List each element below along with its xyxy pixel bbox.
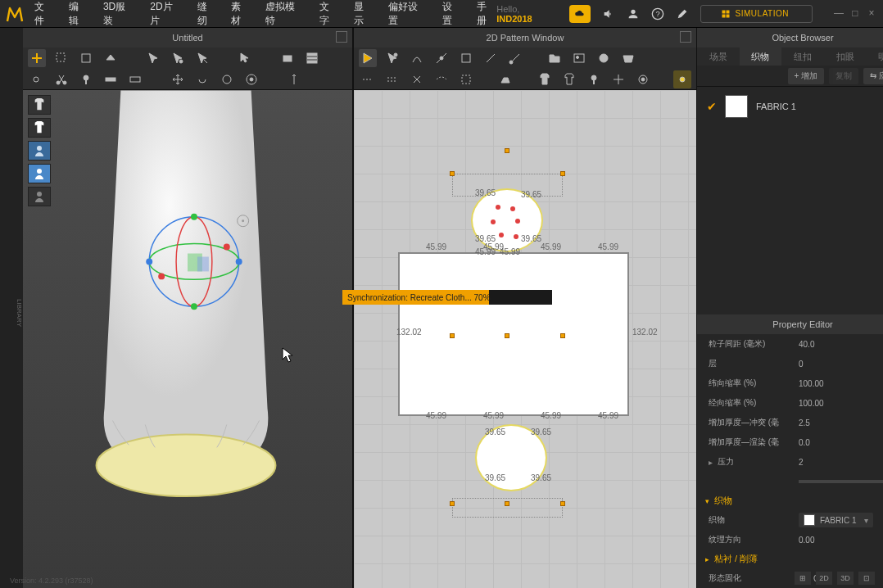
tool-rotate[interactable]: [193, 70, 211, 88]
tool2d-select[interactable]: [359, 49, 377, 67]
tool2d-sew1[interactable]: [359, 70, 377, 88]
tool-print[interactable]: [278, 49, 297, 67]
user-icon[interactable]: [627, 7, 640, 20]
menu-3d[interactable]: 3D服装: [103, 0, 135, 28]
menu-settings[interactable]: 设置: [442, 0, 462, 28]
version-label: Version: 4.2.293 (r37528): [10, 577, 93, 585]
menu-materials[interactable]: 素材: [231, 0, 251, 28]
tool-edit-pt[interactable]: [169, 49, 187, 67]
tool2d-curve[interactable]: [408, 49, 426, 67]
menu-sewing[interactable]: 缝纫: [197, 0, 217, 28]
popout-icon[interactable]: [336, 31, 347, 43]
pattern-rect[interactable]: [398, 252, 629, 416]
fabric-item[interactable]: ✔ FABRIC 1 ▯: [697, 87, 883, 126]
tool-snap[interactable]: [242, 70, 260, 88]
tool-arrow[interactable]: [144, 49, 162, 67]
tool2d-iron[interactable]: [496, 70, 514, 88]
tool2d-sew5[interactable]: [457, 70, 475, 88]
svg-point-42: [641, 78, 645, 81]
tool2d-tack[interactable]: [585, 70, 603, 88]
tool-gizmo[interactable]: [218, 70, 236, 88]
tool2d-highlight[interactable]: [673, 70, 691, 88]
tab-topstitch[interactable]: 明线: [866, 47, 883, 66]
add-button[interactable]: + 增加: [788, 68, 825, 84]
svg-point-31: [242, 219, 244, 222]
tool-add[interactable]: [28, 49, 46, 67]
view-split[interactable]: ⊡: [858, 572, 875, 585]
tab-scene[interactable]: 场景: [697, 47, 740, 66]
tool-pin[interactable]: [77, 70, 95, 88]
tool2d-rect[interactable]: [457, 49, 475, 67]
menu-2d[interactable]: 2D片片: [150, 0, 182, 28]
viewport-2d[interactable]: 39.65 39.65 39.65 39.65 45.99 45.99 45.9…: [354, 90, 696, 588]
section-fabric[interactable]: ▾织物: [697, 491, 883, 510]
pressure-slider[interactable]: [799, 480, 883, 483]
tool2d-line[interactable]: [482, 49, 500, 67]
tool-move[interactable]: [169, 70, 187, 88]
copy-button[interactable]: 复制: [829, 68, 858, 84]
tool2d-sew3[interactable]: [408, 70, 426, 88]
tool-link[interactable]: [28, 70, 46, 88]
minimize-button[interactable]: —: [832, 7, 845, 20]
tab-library[interactable]: LIBRARY: [16, 299, 23, 327]
object-browser-title: Object Browser: [697, 28, 883, 47]
help-icon[interactable]: ?: [651, 7, 664, 20]
fabric-dropdown[interactable]: FABRIC 1▾: [799, 513, 873, 527]
svg-point-25: [236, 258, 242, 265]
tool-ruler[interactable]: [126, 70, 144, 88]
menu-display[interactable]: 显示: [354, 0, 374, 28]
tool-texture[interactable]: [303, 49, 321, 67]
tool2d-point[interactable]: [432, 49, 451, 67]
tool-lasso[interactable]: [77, 49, 95, 67]
tab-button[interactable]: 纽扣: [781, 47, 824, 66]
speaker-icon[interactable]: [602, 7, 615, 20]
simulation-toggle[interactable]: SIMULATION: [700, 5, 813, 23]
popout-icon[interactable]: [680, 31, 691, 43]
two-d-toolbar: [354, 47, 696, 90]
svg-point-35: [509, 61, 513, 64]
tool2d-pen[interactable]: [506, 49, 524, 67]
tool-cursor[interactable]: [236, 49, 254, 67]
menu-manual[interactable]: 手册: [477, 0, 496, 28]
view-3d[interactable]: 3D: [837, 572, 854, 585]
menu-file[interactable]: 文件: [34, 0, 54, 28]
apply-button[interactable]: ⇆ 应用: [863, 68, 883, 84]
viewport-3d[interactable]: [23, 90, 352, 588]
tab-fabric[interactable]: 织物: [740, 47, 782, 66]
tool2d-folder[interactable]: [546, 49, 564, 67]
svg-point-32: [394, 53, 397, 57]
tool-scissors[interactable]: [52, 70, 70, 88]
cloud-button[interactable]: [569, 5, 591, 23]
tool2d-arrow-set[interactable]: [609, 70, 627, 88]
tool-freeselect[interactable]: [102, 49, 120, 67]
tool2d-tshirt2[interactable]: [560, 70, 578, 88]
menu-preferences[interactable]: 偏好设置: [388, 0, 428, 28]
tool2d-image[interactable]: [570, 49, 588, 67]
view-grid[interactable]: ⊞: [795, 572, 811, 585]
menu-edit[interactable]: 编辑: [69, 0, 88, 28]
brush-icon[interactable]: [676, 7, 689, 20]
close-button[interactable]: ×: [865, 7, 878, 20]
tool-tape[interactable]: [102, 70, 120, 88]
tool-wind[interactable]: [285, 70, 303, 88]
svg-rect-34: [462, 54, 470, 62]
tool2d-open[interactable]: [619, 49, 637, 67]
tool2d-edit[interactable]: [383, 49, 401, 67]
tool-select[interactable]: [52, 49, 70, 67]
section-bond[interactable]: ▸粘衬 / 削薄: [697, 550, 883, 568]
tab-buttonhole[interactable]: 扣眼: [824, 47, 867, 66]
tool2d-circle[interactable]: [595, 49, 613, 67]
menu-text[interactable]: 文字: [319, 0, 339, 28]
menu-avatar[interactable]: 虚拟模特: [265, 0, 305, 28]
svg-point-13: [250, 78, 253, 81]
maximize-button[interactable]: □: [849, 7, 862, 20]
tool2d-snap[interactable]: [634, 70, 652, 88]
svg-point-26: [158, 273, 165, 279]
prop-pressure-slider[interactable]: [697, 472, 883, 491]
tool2d-sew2[interactable]: [383, 70, 401, 88]
view-2d[interactable]: 2D: [816, 572, 832, 585]
tool2d-tshirt1[interactable]: [536, 70, 554, 88]
tool-edit-curve[interactable]: [193, 49, 211, 67]
prop-weft-shrink: 纬向缩率 (%)100.00: [697, 373, 883, 393]
tool2d-sew4[interactable]: [432, 70, 451, 88]
